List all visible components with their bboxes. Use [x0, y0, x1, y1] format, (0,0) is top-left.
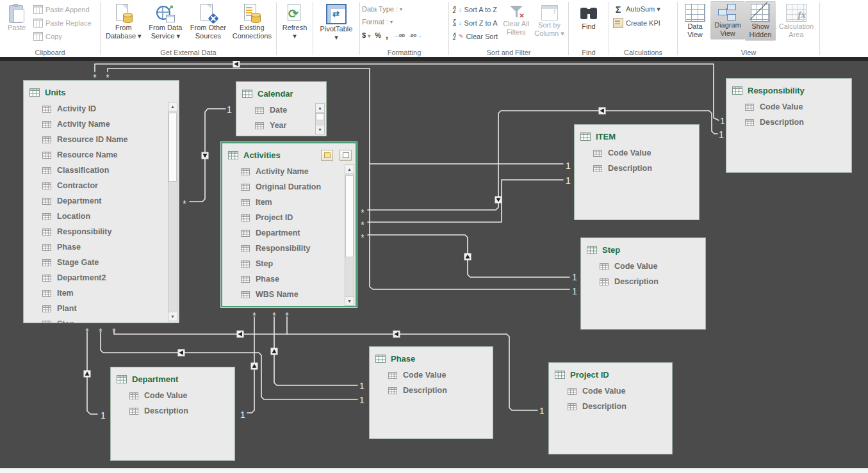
scroll-up-button[interactable]: ▲ [168, 102, 177, 111]
field-description[interactable]: Description [370, 383, 493, 398]
create-kpi-button[interactable]: Create KPI [611, 16, 662, 29]
percent-button[interactable]: % [375, 31, 381, 39]
table-item[interactable]: ITEM Code Value Description [574, 124, 700, 220]
field-phase[interactable]: Phase [24, 239, 179, 255]
field-step[interactable]: Step [24, 316, 179, 323]
relationship-line-activities-item[interactable] [368, 180, 563, 222]
paste-append-button[interactable]: Paste Append [31, 3, 94, 16]
existing-connections-button[interactable]: Existing Connections [230, 1, 274, 42]
copy-button[interactable]: Copy [31, 29, 94, 43]
table-header[interactable]: Phase [370, 347, 493, 367]
field-code-value[interactable]: Code Value [549, 383, 672, 399]
table-header[interactable]: Activities [222, 143, 356, 164]
field-description[interactable]: Description [575, 161, 699, 176]
table-activities[interactable]: Activities Activity Name Original Durati… [221, 142, 357, 307]
field-contractor[interactable]: Contractor [24, 178, 179, 193]
table-calendar[interactable]: Calendar Date Year [236, 81, 327, 136]
table-header[interactable]: ITEM [575, 125, 699, 145]
table-scrollbar[interactable]: ▲ ▼ [345, 164, 354, 306]
field-code-value[interactable]: Code Value [726, 99, 851, 115]
calculation-area-button[interactable]: fx Calculation Area [776, 1, 817, 41]
field-department[interactable]: Department [24, 193, 179, 209]
field-activity-name[interactable]: Activity Name [24, 116, 179, 132]
field-description[interactable]: Description [549, 399, 672, 414]
field-code-value[interactable]: Code Value [111, 388, 234, 403]
field-plant[interactable]: Plant [24, 301, 179, 316]
table-header[interactable]: Calendar [236, 82, 326, 102]
table-header[interactable]: Project ID [549, 363, 672, 383]
scrollbar-thumb[interactable] [168, 113, 177, 182]
field-year[interactable]: Year [236, 118, 326, 133]
table-header[interactable]: Step [581, 238, 705, 259]
data-type-dropdown[interactable]: Data Type :▾ [362, 3, 446, 15]
field-step[interactable]: Step [222, 256, 356, 271]
field-department2[interactable]: Department2 [24, 270, 179, 285]
scroll-down-button[interactable]: ▼ [168, 312, 177, 321]
create-hierarchy-button[interactable] [321, 150, 333, 161]
field-original-duration[interactable]: Original Duration [222, 179, 356, 195]
paste-button[interactable]: Paste [2, 1, 31, 35]
sort-a-to-z-button[interactable]: AZ↓ Sort A to Z [451, 3, 500, 16]
scroll-up-button[interactable]: ▲ [345, 165, 354, 174]
field-code-value[interactable]: Code Value [575, 145, 699, 161]
field-item[interactable]: Item [24, 285, 179, 301]
table-units[interactable]: Units Activity ID Activity Name [23, 80, 179, 323]
currency-button[interactable]: $ ▾ [362, 31, 370, 39]
field-wbs-name[interactable]: WBS Name [222, 287, 356, 302]
scrollbar-thumb[interactable] [316, 113, 324, 120]
field-resource-name[interactable]: Resource Name [24, 147, 179, 163]
table-scrollbar[interactable]: ▲ ▼ [168, 102, 177, 321]
clear-all-filters-button[interactable]: ✕ Clear All Filters [500, 1, 532, 38]
decrease-decimals-button[interactable]: .00→ [409, 33, 422, 38]
field-project-id[interactable]: Project ID [222, 210, 356, 225]
field-classification[interactable]: Classification [24, 163, 179, 178]
field-item[interactable]: Item [222, 195, 356, 210]
scroll-up-button[interactable]: ▲ [316, 104, 324, 113]
field-date[interactable]: Date [236, 102, 326, 118]
field-resource-id-name[interactable]: Resource ID Name [24, 132, 179, 147]
table-header[interactable]: Responsibility [726, 79, 851, 99]
field-department[interactable]: Department [222, 225, 356, 241]
table-department[interactable]: Department Code Value Description [110, 367, 235, 461]
find-button[interactable]: Find [573, 1, 605, 33]
field-description[interactable]: Description [581, 274, 705, 289]
table-project-id[interactable]: Project ID Code Value Description [548, 362, 673, 454]
pivottable-button[interactable]: ⇄ PivotTable ▾ [315, 1, 357, 44]
field-code-value[interactable]: Code Value [370, 367, 493, 383]
field-responsibility[interactable]: Responsibility [222, 241, 356, 256]
thousands-button[interactable]: , [386, 30, 388, 40]
diagram-view-button[interactable]: Diagram View [710, 1, 745, 40]
show-hidden-button[interactable]: Show Hidden [745, 1, 776, 41]
field-description[interactable]: Description [726, 115, 851, 130]
from-other-sources-button[interactable]: From Other Sources [186, 1, 229, 42]
field-activity-name[interactable]: Activity Name [222, 164, 356, 179]
scroll-down-button[interactable]: ▼ [316, 125, 324, 134]
format-dropdown[interactable]: Format :▾ [362, 15, 446, 28]
field-responsibility[interactable]: Responsibility [24, 224, 179, 239]
diagram-canvas[interactable]: *1*11*1*1*1*1*1*1*1**1*1 Units Activity … [0, 61, 868, 468]
data-view-button[interactable]: Data View [680, 1, 710, 41]
table-header[interactable]: Department [111, 367, 234, 388]
increase-decimals-button[interactable]: →.00 [393, 33, 405, 38]
scroll-down-button[interactable]: ▼ [345, 296, 354, 305]
maximize-table-button[interactable] [340, 150, 352, 161]
sort-z-to-a-button[interactable]: ZA↓ Sort Z to A [451, 16, 500, 29]
table-phase[interactable]: Phase Code Value Description [369, 346, 493, 439]
field-phase[interactable]: Phase [222, 271, 356, 287]
sort-by-column-button[interactable]: ↕ Sort by Column ▾ [532, 1, 566, 40]
scrollbar-thumb[interactable] [345, 175, 354, 257]
field-location[interactable]: Location [24, 209, 179, 224]
clear-sort-button[interactable]: AZ✎ Clear Sort [451, 29, 500, 43]
field-code-value[interactable]: Code Value [581, 259, 705, 274]
relationship-line-trunk-step[interactable] [370, 164, 569, 289]
field-month-name[interactable]: Month Name [236, 133, 326, 136]
field-activity-id[interactable]: Activity ID [24, 101, 179, 116]
paste-replace-button[interactable]: Paste Replace [31, 16, 94, 29]
field-description[interactable]: Description [111, 403, 234, 419]
refresh-button[interactable]: ⟳ Refresh ▾ [279, 1, 311, 42]
autosum-button[interactable]: Σ AutoSum ▾ [611, 3, 662, 16]
table-responsibility[interactable]: Responsibility Code Value Description [726, 78, 852, 173]
table-step[interactable]: Step Code Value Description [580, 237, 706, 330]
table-scrollbar[interactable]: ▲ ▼ [315, 103, 325, 134]
from-data-service-button[interactable]: ↗ From Data Service ▾ [145, 1, 187, 42]
